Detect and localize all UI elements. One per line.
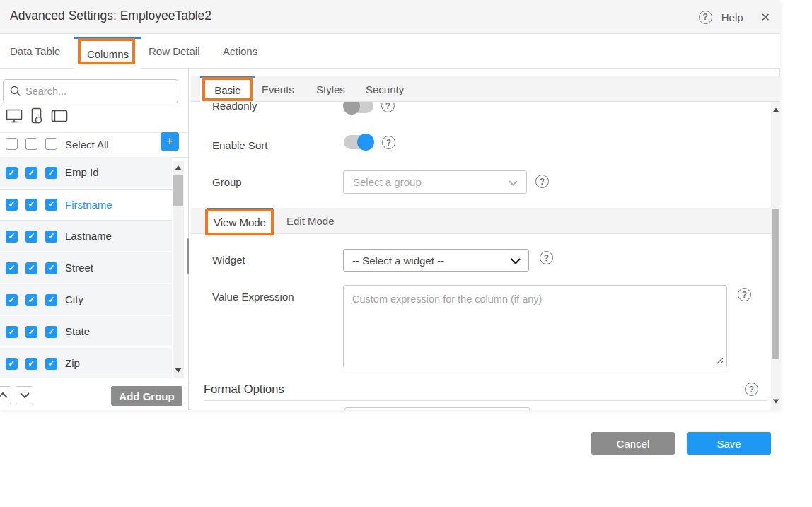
tab-view-mode-label: View Mode — [214, 216, 266, 228]
chevron-down-icon — [509, 180, 518, 186]
tab-events[interactable]: Events — [262, 83, 294, 95]
list-item-zip[interactable]: Zip — [0, 348, 172, 380]
value-expression-textarea[interactable] — [343, 285, 727, 368]
group-help-icon[interactable]: ? — [535, 175, 549, 188]
list-item-firstname-selected[interactable]: Firstname — [0, 189, 172, 221]
tab-actions[interactable]: Actions — [223, 45, 257, 57]
widget-help-icon[interactable]: ? — [540, 251, 553, 264]
checkbox[interactable] — [6, 294, 18, 306]
group-select-placeholder: Select a group — [353, 176, 422, 188]
checkbox[interactable] — [25, 167, 37, 179]
save-button[interactable]: Save — [687, 432, 771, 455]
help-link[interactable]: Help — [721, 11, 743, 23]
help-icon[interactable]: ? — [699, 11, 712, 24]
main-scrollbar[interactable] — [771, 102, 780, 410]
scroll-down-icon[interactable] — [175, 368, 182, 373]
chevron-down-icon — [20, 392, 30, 398]
select-all-checkbox-desktop[interactable] — [6, 138, 18, 150]
move-down-button[interactable] — [16, 386, 33, 404]
checkbox[interactable] — [25, 358, 37, 370]
list-item-city[interactable]: City — [0, 284, 172, 316]
divider — [204, 400, 767, 401]
checkbox[interactable] — [6, 167, 18, 179]
tablet-icon[interactable] — [51, 109, 69, 123]
list-scrollbar[interactable] — [173, 161, 184, 378]
readonly-toggle[interactable] — [343, 102, 374, 115]
cancel-button[interactable]: Cancel — [591, 432, 675, 455]
scrollbar-thumb[interactable] — [772, 209, 779, 359]
screen: Advanced Settings: EmployeeTable2 ? Help… — [0, 0, 812, 507]
select-all-row: Select All + — [0, 132, 188, 157]
checkbox[interactable] — [25, 262, 37, 274]
list-item-emp-id[interactable]: Emp Id — [0, 157, 172, 189]
column-name: Emp Id — [65, 166, 99, 178]
checkbox[interactable] — [25, 199, 37, 211]
scrollbar-thumb[interactable] — [173, 175, 183, 206]
columns-sidebar: Select All + Emp Id Firstname — [0, 69, 189, 410]
add-column-button[interactable]: + — [161, 132, 179, 151]
select-all-checkbox-tablet[interactable] — [45, 138, 57, 150]
checkbox[interactable] — [25, 326, 37, 338]
tab-row-detail[interactable]: Row Detail — [149, 45, 200, 57]
tab-view-mode[interactable]: View Mode — [207, 208, 273, 234]
tab-data-table[interactable]: Data Table — [10, 45, 60, 57]
mode-tab-bar: View Mode Edit Mode — [191, 208, 771, 234]
value-expression-help-icon[interactable]: ? — [738, 288, 751, 301]
tab-edit-mode[interactable]: Edit Mode — [286, 215, 335, 227]
checkbox[interactable] — [6, 231, 18, 243]
scroll-down-icon[interactable] — [773, 400, 779, 404]
add-group-button[interactable]: Add Group — [111, 386, 182, 406]
checkbox[interactable] — [45, 231, 57, 243]
checkbox[interactable] — [45, 167, 57, 179]
group-select[interactable]: Select a group — [343, 170, 527, 194]
header-actions: ? Help ✕ — [699, 0, 770, 34]
desktop-icon[interactable] — [6, 108, 23, 124]
device-toggle-row — [6, 107, 69, 124]
close-icon[interactable]: ✕ — [761, 11, 770, 24]
column-name: Street — [65, 262, 93, 274]
checkbox[interactable] — [45, 326, 57, 338]
enable-sort-help-icon[interactable]: ? — [382, 136, 395, 149]
tab-columns-label: Columns — [87, 48, 129, 60]
checkbox[interactable] — [45, 199, 57, 211]
column-name: Firstname — [65, 199, 112, 211]
scroll-up-icon[interactable] — [773, 108, 779, 112]
widget-label: Widget — [212, 254, 245, 266]
chevron-up-icon — [0, 392, 8, 398]
tab-styles[interactable]: Styles — [316, 83, 345, 95]
settings-content: Readonly ? Enable Sort ? Group Select a … — [191, 102, 771, 410]
dialog-title: Advanced Settings: EmployeeTable2 — [10, 8, 211, 23]
format-options-help-icon[interactable]: ? — [745, 383, 758, 396]
readonly-help-icon[interactable]: ? — [381, 102, 395, 112]
checkbox[interactable] — [45, 262, 57, 274]
tab-security[interactable]: Security — [366, 83, 404, 95]
checkbox[interactable] — [6, 262, 18, 274]
list-item-lastname[interactable]: Lastname — [0, 221, 172, 252]
chevron-down-icon — [511, 258, 521, 264]
panel-splitter-handle[interactable] — [187, 238, 189, 274]
checkbox[interactable] — [25, 294, 37, 306]
checkbox[interactable] — [25, 231, 37, 243]
column-name: Zip — [65, 357, 80, 369]
checkbox[interactable] — [45, 294, 57, 306]
tab-basic[interactable]: Basic — [200, 76, 255, 102]
settings-tab-bar: Basic Events Styles Security — [191, 76, 780, 102]
search-input[interactable] — [3, 79, 178, 103]
checkbox[interactable] — [45, 358, 57, 370]
checkbox[interactable] — [6, 326, 18, 338]
widget-select-value: -- Select a widget -- — [352, 255, 444, 267]
checkbox[interactable] — [6, 358, 18, 370]
widget-select[interactable]: -- Select a widget -- — [343, 249, 529, 272]
list-item-street[interactable]: Street — [0, 252, 172, 284]
select-all-checkbox-mobile[interactable] — [25, 138, 37, 150]
scroll-up-icon[interactable] — [175, 165, 182, 170]
move-up-button[interactable] — [0, 386, 11, 404]
mobile-icon[interactable] — [30, 107, 44, 124]
readonly-label: Readonly — [212, 102, 257, 112]
checkbox[interactable] — [6, 199, 18, 211]
list-item-state[interactable]: State — [0, 316, 172, 348]
tab-columns[interactable]: Columns — [74, 37, 141, 69]
enable-sort-toggle[interactable] — [343, 134, 374, 151]
column-list: Emp Id Firstname Lastname — [0, 157, 172, 380]
clipped-input[interactable] — [344, 407, 530, 410]
